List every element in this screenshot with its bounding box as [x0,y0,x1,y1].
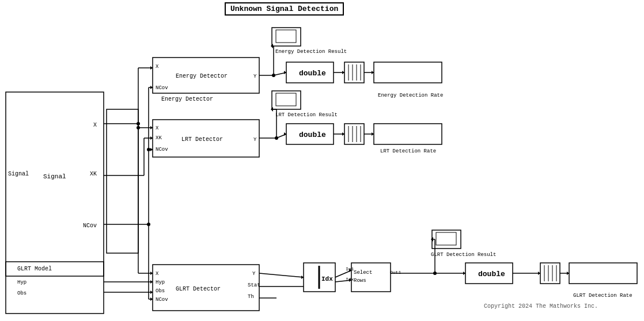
svg-text:Idx: Idx [321,276,333,282]
svg-marker-125 [284,132,286,136]
svg-text:NCov: NCov [156,85,168,91]
svg-text:Obs: Obs [156,288,165,294]
svg-rect-34 [276,93,296,106]
svg-text:Energy Detector: Energy Detector [161,96,213,102]
svg-point-123 [275,136,278,140]
svg-text:Energy Detection Rate: Energy Detection Rate [378,93,443,98]
svg-text:double: double [478,270,505,278]
svg-rect-33 [272,91,301,109]
svg-text:Signal: Signal [43,173,66,180]
diagram-container: Unknown Signal Detection Signal GLRT Mod… [0,0,644,321]
svg-rect-21 [153,265,259,311]
svg-text:XK: XK [90,171,97,177]
svg-rect-62 [374,124,442,144]
svg-marker-96 [150,297,153,301]
svg-text:GLRT Model: GLRT Model [17,266,52,272]
wires-svg: Signal GLRT Model Signal X XK NCov Energ… [0,0,644,321]
svg-text:GLRT Detector: GLRT Detector [176,286,221,292]
svg-rect-0 [6,92,104,276]
svg-rect-55 [540,263,560,284]
svg-text:double: double [299,131,326,139]
svg-rect-30 [272,28,301,46]
svg-rect-37 [436,232,456,245]
svg-point-93 [147,148,150,151]
svg-rect-45 [344,62,364,83]
svg-marker-107 [150,291,153,294]
svg-marker-81 [150,126,153,129]
svg-point-82 [137,122,140,125]
copyright-text: Copyright 2024 The Mathworks Inc. [484,303,598,309]
svg-rect-2 [6,262,104,314]
svg-text:double: double [299,69,326,78]
svg-marker-104 [150,280,153,284]
svg-text:Y: Y [253,74,257,79]
svg-marker-135 [349,269,351,272]
svg-marker-148 [567,272,569,275]
svg-text:Idx: Idx [346,277,354,282]
svg-point-142 [433,272,437,275]
svg-marker-122 [271,107,273,112]
svg-rect-15 [153,120,259,157]
svg-rect-66 [304,263,335,292]
svg-rect-36 [432,230,461,249]
svg-rect-60 [374,62,442,83]
svg-text:Th: Th [248,294,254,300]
svg-text:Y: Y [253,137,257,143]
svg-rect-4 [107,109,138,253]
svg-marker-146 [538,272,540,275]
svg-text:X: X [156,64,159,70]
svg-text:Select: Select [354,270,372,276]
svg-rect-69 [351,263,391,292]
svg-marker-92 [150,148,153,151]
svg-text:X: X [156,271,159,277]
svg-marker-141 [431,237,433,242]
svg-text:Energy Detection Result: Energy Detection Result [275,49,347,55]
svg-rect-64 [569,263,637,284]
svg-text:Y: Y [252,271,256,277]
svg-marker-114 [284,71,286,74]
svg-line-113 [274,72,286,75]
svg-marker-86 [150,136,153,140]
svg-text:NCov: NCov [156,147,168,152]
svg-text:NCov: NCov [156,297,168,303]
svg-point-112 [272,74,275,77]
svg-text:Stat: Stat [248,282,260,288]
svg-rect-43 [465,263,513,284]
svg-marker-78 [150,66,153,70]
svg-marker-100 [150,272,153,275]
svg-marker-144 [463,272,465,275]
svg-point-101 [137,126,140,129]
svg-text:In1: In1 [346,266,354,272]
svg-point-97 [147,223,150,226]
svg-text:LRT Detection Result: LRT Detection Result [275,112,338,118]
diagram-title: Unknown Signal Detection [225,2,344,16]
svg-rect-41 [286,124,334,144]
svg-text:LRT Detection Rate: LRT Detection Rate [380,148,436,154]
svg-marker-131 [301,276,304,279]
svg-text:X: X [156,125,159,131]
svg-text:Hyp: Hyp [156,280,165,285]
svg-text:Out1: Out1 [390,270,401,275]
svg-line-134 [335,270,351,277]
svg-marker-118 [372,71,374,74]
svg-text:Energy Detector: Energy Detector [176,73,228,79]
svg-rect-50 [344,124,364,144]
svg-marker-116 [342,71,344,74]
svg-text:GLRT Detection Rate: GLRT Detection Rate [573,293,632,299]
svg-text:Obs: Obs [17,291,26,296]
svg-line-124 [276,134,286,138]
svg-text:Rows: Rows [354,278,366,284]
svg-text:X: X [93,122,97,128]
svg-text:NCov: NCov [83,223,97,229]
svg-text:Signal: Signal [8,171,29,177]
svg-text:LRT Detector: LRT Detector [181,136,223,143]
svg-marker-127 [342,132,344,136]
svg-marker-90 [150,86,153,89]
svg-marker-129 [372,132,374,136]
svg-rect-39 [286,62,334,83]
svg-line-136 [335,280,351,282]
svg-text:GLRT Detection Result: GLRT Detection Result [431,252,496,258]
svg-rect-31 [276,30,296,43]
svg-marker-111 [271,44,273,48]
svg-line-130 [259,273,304,277]
